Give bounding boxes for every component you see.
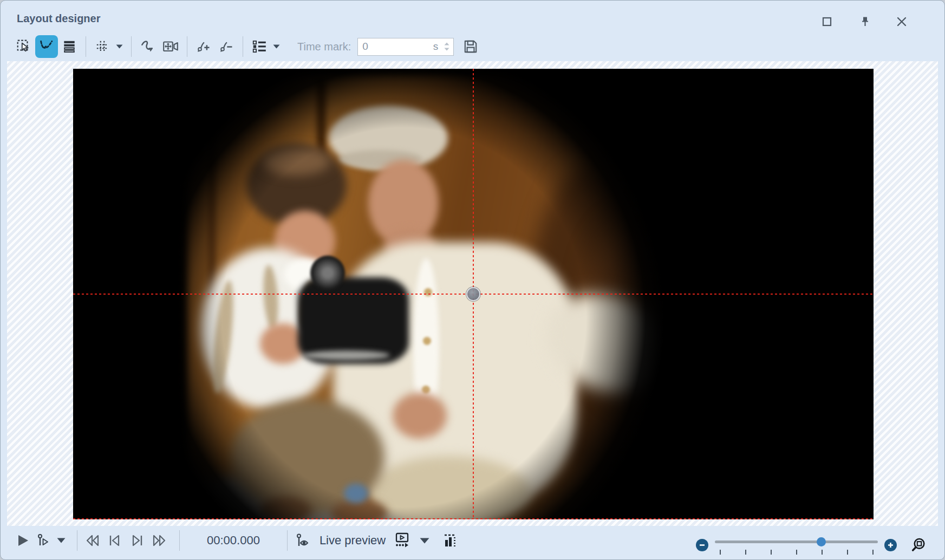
plus-icon [887,542,894,549]
layout-canvas[interactable] [73,69,874,519]
object-statistics-button[interactable] [443,532,458,549]
zoom-slider-track[interactable] [715,541,878,543]
zoom-in-button[interactable] [884,539,897,551]
play-icon [15,532,31,549]
transport-separator [77,530,77,551]
motion-path-tool-button[interactable] [35,35,58,58]
time-mark-spinner[interactable] [442,42,451,51]
add-path-point-icon [195,39,212,54]
rewind-button[interactable] [84,532,101,549]
close-button[interactable] [895,15,909,29]
pin-button[interactable] [858,15,872,29]
transport-separator [287,530,288,551]
fast-forward-button[interactable] [151,532,168,549]
designer-viewport [7,61,938,526]
play-from-time-mark-button[interactable] [36,532,52,549]
layers-tool-button[interactable] [58,35,81,58]
minus-icon [699,542,706,549]
chevron-down-icon [116,44,123,49]
select-tool-button[interactable] [12,35,35,58]
pin-icon [858,15,871,28]
center-handle[interactable] [466,287,480,301]
preview-window-button[interactable] [392,532,410,549]
toolbar-separator [243,36,243,57]
transport-bar: 00:00.000 Live preview [1,526,944,559]
zoom-control [696,537,927,553]
preview-window-icon [392,532,410,549]
slider-tick [771,550,772,555]
play-button[interactable] [15,532,31,549]
skip-to-end-icon [128,532,146,549]
save-icon [462,38,479,55]
save-time-mark-button[interactable] [459,35,482,58]
live-preview-icon [294,532,311,549]
slider-tick [847,550,848,555]
zoom-out-button[interactable] [696,539,708,551]
chevron-down-icon [57,538,66,543]
titlebar: Layout designer [1,1,944,32]
slider-tick [796,550,797,555]
skip-to-start-button[interactable] [106,532,123,549]
live-preview-label: Live preview [320,533,386,548]
spinner-down-icon [444,48,449,51]
grid-icon [95,39,110,54]
object-list-tool-button[interactable] [248,35,271,58]
skip-to-end-button[interactable] [128,532,146,549]
object-list-icon [251,39,268,54]
magnifier-icon [911,537,927,552]
add-path-point-tool-button[interactable] [192,35,215,58]
time-mark-label: Time mark: [297,41,351,53]
skip-to-start-icon [106,532,123,549]
transport-separator [179,530,180,551]
selection-bottom-edge [73,518,874,519]
grid-tool-button[interactable] [91,35,114,58]
camera-pan-icon [162,39,179,54]
zoom-slider[interactable] [715,537,878,553]
slider-tick [872,550,874,555]
slider-tick [745,550,746,555]
spinner-up-icon [444,42,449,45]
remove-path-point-tool-button[interactable] [215,35,238,58]
toolbar-separator [86,36,86,57]
play-options-dropdown[interactable] [57,538,66,543]
rewind-icon [84,532,101,549]
smooth-path-tool-button[interactable] [136,35,159,58]
layout-designer-window: Layout designer [0,0,945,560]
motion-path-icon [38,38,55,55]
maximize-button[interactable] [820,15,834,29]
toolbar-separator [187,36,187,57]
toolbar: Time mark: s [12,32,944,61]
play-from-marker-icon [36,532,52,549]
live-preview-toggle[interactable] [294,532,311,549]
layers-icon [62,39,77,54]
chevron-down-icon [273,44,280,49]
zoom-slider-thumb[interactable] [817,537,826,546]
time-mark-input[interactable] [362,41,433,53]
window-title: Layout designer [17,12,100,25]
chevron-down-icon [420,538,429,544]
time-mark-unit: s [433,41,439,53]
current-time: 00:00.000 [207,533,260,548]
curve-icon [140,39,156,54]
time-mark-field[interactable]: s [357,38,454,56]
toolbar-separator [131,36,132,57]
camera-pan-tool-button[interactable] [159,35,182,58]
slider-tick [822,550,823,555]
object-list-dropdown[interactable] [273,44,280,49]
preview-window-options-dropdown[interactable] [420,538,429,544]
maximize-icon [822,17,832,27]
select-icon [16,39,31,54]
remove-path-point-icon [218,39,234,54]
statistics-icon [443,532,458,549]
fast-forward-icon [151,532,168,549]
slider-tick [720,550,721,555]
zoom-fit-button[interactable] [911,537,927,552]
close-icon [896,16,907,27]
grid-options-dropdown[interactable] [116,44,123,49]
